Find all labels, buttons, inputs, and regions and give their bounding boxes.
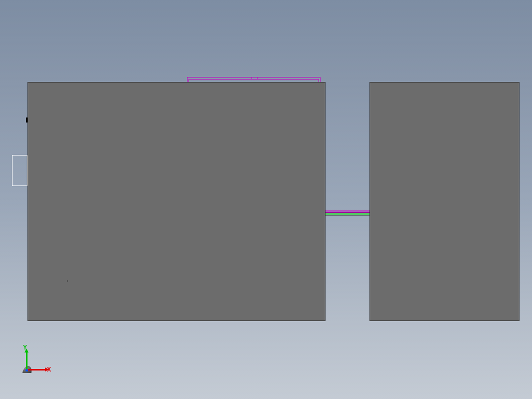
axis-x-icon [28, 369, 46, 370]
connector-edge-green[interactable] [326, 214, 370, 214]
axis-triad[interactable]: X Y [19, 350, 49, 375]
cad-viewport[interactable]: X Y [0, 0, 532, 399]
model-face-left[interactable] [28, 82, 326, 321]
top-edge-inner[interactable] [188, 79, 319, 82]
axis-y-label: Y [23, 344, 27, 351]
connector-edge-dark [326, 215, 370, 216]
connector-edge-magenta-2[interactable] [326, 212, 370, 213]
axis-x-label: X [47, 366, 51, 373]
axis-y-icon [26, 352, 28, 369]
reference-point [67, 280, 68, 282]
left-notch-mark [26, 118, 28, 122]
model-face-right[interactable] [370, 82, 520, 321]
top-edge-notch [252, 77, 258, 79]
connector-edge-magenta-1[interactable] [326, 210, 370, 212]
left-feature-outline[interactable] [12, 155, 28, 186]
